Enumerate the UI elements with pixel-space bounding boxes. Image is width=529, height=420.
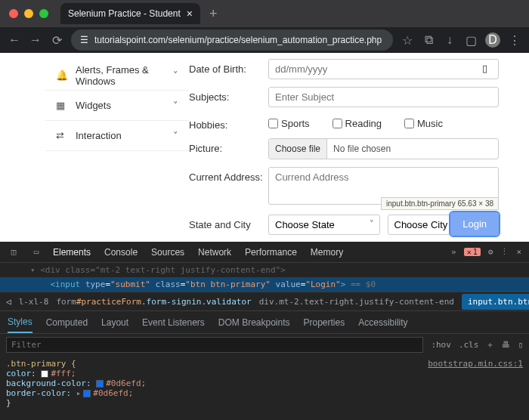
traffic-lights <box>9 9 48 18</box>
page-content: 🔔 Alerts, Frames & Windows ˅ ▦ Widgets ˅… <box>0 53 529 242</box>
print-icon[interactable]: 🖶 <box>502 340 510 350</box>
styles-filter-row: :hov .cls ＋ 🖶 ▯ <box>0 334 529 356</box>
dob-input[interactable] <box>268 59 499 79</box>
chevron-down-icon: ˅ <box>173 130 178 141</box>
state-city-label: State and City <box>189 215 268 230</box>
tab-event-listeners[interactable]: Event Listeners <box>142 317 205 328</box>
color-swatch[interactable] <box>83 390 91 397</box>
chevron-down-icon: ˅ <box>173 69 178 81</box>
browser-tab[interactable]: Selenium Practice - Student × <box>60 3 200 24</box>
site-info-icon[interactable]: ☰ <box>80 35 88 45</box>
address-bar[interactable]: ☰ tutorialspoint.com/selenium/practice/s… <box>71 29 393 51</box>
subjects-input[interactable] <box>268 87 499 107</box>
code-line-selected[interactable]: <input type="submit" class="btn btn-prim… <box>0 277 529 292</box>
hobbies-label: Hobbies: <box>189 115 268 131</box>
window-titlebar: Selenium Practice - Student × + <box>0 0 529 27</box>
tab-styles[interactable]: Styles <box>8 317 32 333</box>
inspect-tooltip: input.btn.btn-primary 65.63 × 38 <box>381 197 499 210</box>
styles-filter-input[interactable] <box>6 337 423 353</box>
new-style-icon[interactable]: ＋ <box>486 339 494 351</box>
swap-icon: ⇄ <box>56 130 68 141</box>
tab-memory[interactable]: Memory <box>311 247 343 258</box>
breadcrumb-item-active[interactable]: input.btn.btn-primary <box>462 294 529 310</box>
tab-network[interactable]: Network <box>198 247 231 258</box>
sidebar-item-label: Widgets <box>76 100 111 111</box>
hobby-reading[interactable]: Reading <box>333 118 382 129</box>
tab-console[interactable]: Console <box>104 247 138 258</box>
maximize-window-icon[interactable] <box>39 9 48 18</box>
form-area: Date of Birth: ▯ Subjects: Hobbies: Spor… <box>189 53 529 242</box>
minimize-window-icon[interactable] <box>24 9 33 18</box>
devtools-toolbar: ◫ ▭ Elements Console Sources Network Per… <box>0 242 529 263</box>
sidebar-item-interaction[interactable]: ⇄ Interaction ˅ <box>45 121 189 151</box>
forward-icon[interactable]: → <box>29 33 42 47</box>
file-input[interactable]: Choose file No file chosen <box>268 138 499 159</box>
elements-panel: ▾ <div class="mt-2 text-right justify-co… <box>0 263 529 292</box>
row-subjects: Subjects: <box>189 87 499 107</box>
code-line-parent[interactable]: ▾ <div class="mt-2 text-right justify-co… <box>0 263 529 277</box>
hobby-sports[interactable]: Sports <box>268 118 310 129</box>
download-icon[interactable]: ↓ <box>443 33 456 47</box>
url-text: tutorialspoint.com/selenium/practice/sel… <box>94 35 382 45</box>
tab-title: Selenium Practice - Student <box>68 8 181 19</box>
tab-close-icon[interactable]: × <box>187 8 193 20</box>
app-icon[interactable]: ▢ <box>464 33 478 48</box>
styles-tabs: Styles Computed Layout Event Listeners D… <box>0 311 529 334</box>
row-hobbies: Hobbies: Sports Reading Music <box>189 115 499 131</box>
cls-toggle[interactable]: .cls <box>459 340 479 350</box>
bell-icon: 🔔 <box>56 69 68 81</box>
error-count-badge[interactable]: ✕ 1 <box>464 248 481 256</box>
back-icon[interactable]: ← <box>8 33 21 47</box>
inspect-element-icon[interactable]: ◫ <box>8 247 20 257</box>
hobby-music[interactable]: Music <box>404 118 443 129</box>
devtools-close-icon[interactable]: × <box>516 247 521 257</box>
state-select[interactable]: Choose State <box>268 215 380 235</box>
breadcrumb-item[interactable]: form#practiceForm.form-signin.validator <box>56 297 251 307</box>
sidebar-item-alerts[interactable]: 🔔 Alerts, Frames & Windows ˅ <box>45 60 189 91</box>
dob-label: Date of Birth: <box>189 59 268 75</box>
menu-icon[interactable]: ⋮ <box>508 33 521 48</box>
devtools-menu-icon[interactable]: ⋮ <box>500 247 509 257</box>
sidebar-item-label: Alerts, Frames & Windows <box>76 64 166 87</box>
reload-icon[interactable]: ⟳ <box>50 33 63 48</box>
device-toolbar-icon[interactable]: ▭ <box>30 247 42 257</box>
choose-file-button[interactable]: Choose file <box>269 139 327 159</box>
sidebar: 🔔 Alerts, Frames & Windows ˅ ▦ Widgets ˅… <box>0 53 189 242</box>
close-window-icon[interactable] <box>9 9 18 18</box>
row-dob: Date of Birth: ▯ <box>189 59 499 79</box>
login-button[interactable]: Login <box>450 212 499 236</box>
profile-avatar[interactable]: D <box>485 32 500 48</box>
breadcrumb-bar: ◁ l-xl-8 form#practiceForm.form-signin.v… <box>0 292 529 311</box>
tab-performance[interactable]: Performance <box>245 247 297 258</box>
breadcrumb-item[interactable]: div.mt-2.text-right.justify-content-end <box>259 297 454 307</box>
tab-sources[interactable]: Sources <box>151 247 184 258</box>
browser-toolbar: ← → ⟳ ☰ tutorialspoint.com/selenium/prac… <box>0 27 529 53</box>
tab-elements[interactable]: Elements <box>53 247 91 258</box>
tab-properties[interactable]: Properties <box>304 317 345 328</box>
star-icon[interactable]: ☆ <box>401 33 414 48</box>
address-label: Current Address: <box>189 167 268 183</box>
subjects-label: Subjects: <box>189 87 268 103</box>
sidebar-item-widgets[interactable]: ▦ Widgets ˅ <box>45 91 189 121</box>
settings-icon[interactable]: ⚙ <box>488 247 493 257</box>
new-tab-button[interactable]: + <box>209 6 218 22</box>
panel-layout-icon[interactable]: ▯ <box>518 340 523 350</box>
css-rule[interactable]: bootstrap.min.css:1 .btn-primary { color… <box>0 356 529 411</box>
picture-label: Picture: <box>189 138 268 154</box>
tab-layout[interactable]: Layout <box>101 317 128 328</box>
extensions-icon[interactable]: ⧉ <box>422 33 435 47</box>
css-source-link[interactable]: bootstrap.min.css:1 <box>428 359 523 369</box>
devtools: ◫ ▭ Elements Console Sources Network Per… <box>0 242 529 420</box>
breadcrumb-item[interactable]: l-xl-8 <box>19 297 49 307</box>
tab-accessibility[interactable]: Accessibility <box>358 317 407 328</box>
grid-icon: ▦ <box>56 100 68 111</box>
more-tabs-icon[interactable]: » <box>451 247 456 257</box>
breadcrumb-scroll-left[interactable]: ◁ <box>6 297 11 307</box>
color-swatch[interactable] <box>96 380 104 388</box>
sidebar-item-label: Interaction <box>76 130 122 141</box>
tab-computed[interactable]: Computed <box>46 317 88 328</box>
color-swatch[interactable] <box>41 370 48 378</box>
hov-toggle[interactable]: :hov <box>431 340 451 350</box>
chevron-down-icon: ˅ <box>173 100 178 111</box>
tab-dom-breakpoints[interactable]: DOM Breakpoints <box>218 317 290 328</box>
